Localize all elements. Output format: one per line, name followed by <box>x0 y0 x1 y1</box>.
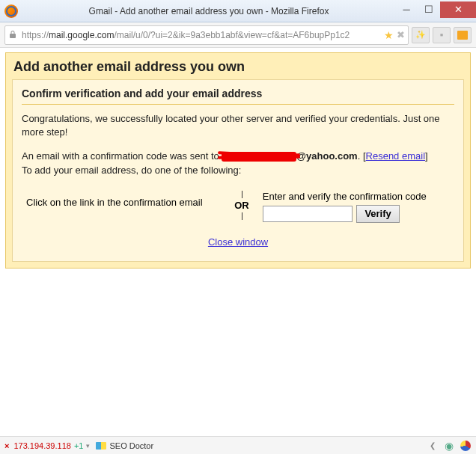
close-window-link[interactable]: Close window <box>208 236 268 248</box>
seo-doctor-label[interactable]: SEO Doctor <box>109 441 153 450</box>
toolbar-wand-button[interactable]: ✨ <box>412 27 430 43</box>
panel-subtitle: Confirm verification and add your email … <box>22 88 454 105</box>
verify-label: Enter and verify the confirmation code <box>263 191 454 202</box>
email-suffix: @yahoo.com <box>296 150 357 162</box>
url-clear-icon[interactable]: ✖ <box>397 29 405 40</box>
sent-prefix: An email with a confirmation code was se… <box>22 150 222 162</box>
status-plus: +1 <box>74 441 84 450</box>
status-chevron-icon[interactable]: ❮ <box>427 440 439 452</box>
lock-icon <box>8 30 19 40</box>
window-title: Gmail - Add another email address you ow… <box>22 6 395 16</box>
window-titlebar: Gmail - Add another email address you ow… <box>0 0 476 22</box>
option-right: Enter and verify the confirmation code V… <box>255 188 454 223</box>
status-close-icon[interactable]: × <box>4 441 9 450</box>
seo-doctor-icon <box>96 442 106 450</box>
status-dropdown-icon[interactable]: ▾ <box>86 442 90 450</box>
or-separator: OR <box>228 188 255 223</box>
add-line: To add your email address, do one of the… <box>22 165 241 176</box>
maximize-button[interactable]: ☐ <box>418 1 440 18</box>
panel-title: Add another email address you own <box>6 53 470 79</box>
bookmark-star-icon[interactable]: ★ <box>384 29 394 41</box>
status-globe-icon[interactable]: ◉ <box>443 440 455 452</box>
url-input[interactable]: https://mail.google.com/mail/u/0/?ui=2&i… <box>4 25 409 45</box>
status-pie-icon[interactable] <box>460 440 472 452</box>
main-panel: Add another email address you own Confir… <box>5 52 471 269</box>
congrats-text: Congratulations, we successfully located… <box>22 112 454 139</box>
verification-code-input[interactable] <box>263 206 353 222</box>
verify-button[interactable]: Verify <box>356 205 399 223</box>
options-row: Click on the link in the confirmation em… <box>22 188 454 223</box>
status-ip[interactable]: 173.194.39.118 <box>13 441 70 450</box>
minimize-button[interactable]: ─ <box>395 1 418 18</box>
resend-email-link[interactable]: Resend email <box>366 150 426 162</box>
page-content: Add another email address you own Confir… <box>0 48 476 436</box>
close-button[interactable]: ✕ <box>440 1 476 18</box>
option-left: Click on the link in the confirmation em… <box>22 188 228 223</box>
url-text: https://mail.google.com/mail/u/0/?ui=2&i… <box>22 30 384 40</box>
panel-body: Confirm verification and add your email … <box>12 79 464 262</box>
status-bar: × 173.194.39.118 +1 ▾ SEO Doctor ❮ ◉ <box>0 436 476 454</box>
redacted-email <box>222 152 296 162</box>
instruction-block: An email with a confirmation code was se… <box>22 150 454 177</box>
close-row: Close window <box>22 236 454 248</box>
window-buttons: ─ ☐ ✕ <box>395 4 476 18</box>
toolbar-separator-button[interactable]: ▪ <box>433 27 451 43</box>
url-bar: https://mail.google.com/mail/u/0/?ui=2&i… <box>0 22 476 48</box>
toolbar-extension-button[interactable] <box>454 27 472 43</box>
firefox-icon <box>4 4 18 18</box>
